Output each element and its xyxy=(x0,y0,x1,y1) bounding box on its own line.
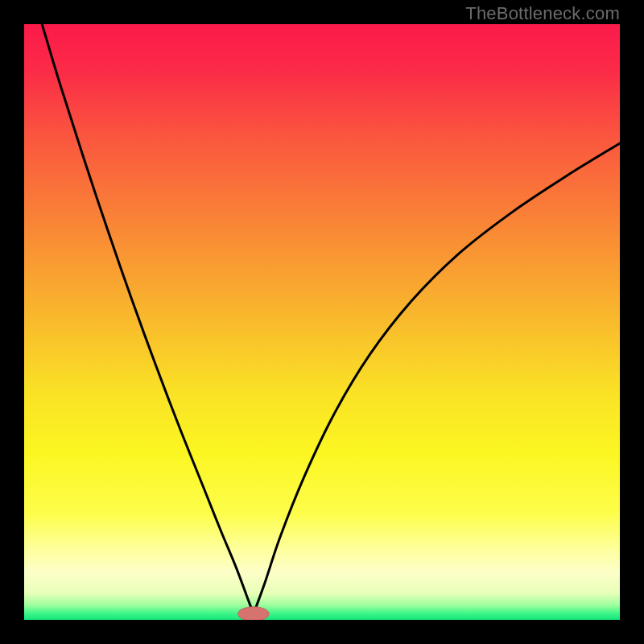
chart-canvas xyxy=(24,24,620,620)
watermark-text: TheBottleneck.com xyxy=(465,3,620,24)
plot-area xyxy=(24,24,620,620)
minimum-marker xyxy=(238,607,269,620)
outer-frame: TheBottleneck.com xyxy=(0,0,644,644)
gradient-background xyxy=(24,24,620,620)
